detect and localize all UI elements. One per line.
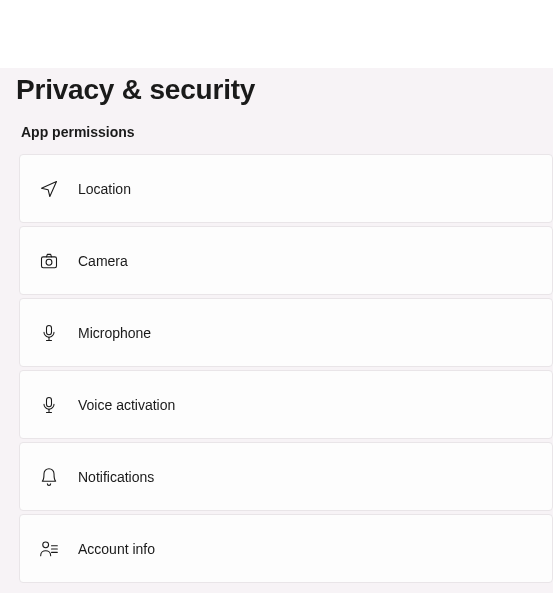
permission-label: Microphone [78, 325, 151, 341]
microphone-icon [38, 322, 60, 344]
notifications-icon [38, 466, 60, 488]
svg-point-8 [43, 541, 49, 547]
content-area: Privacy & security App permissions Locat… [0, 68, 553, 593]
permission-label: Account info [78, 541, 155, 557]
camera-icon [38, 250, 60, 272]
permission-item-location[interactable]: Location [19, 154, 553, 223]
top-blank-area [0, 0, 553, 68]
permission-item-notifications[interactable]: Notifications [19, 442, 553, 511]
svg-rect-0 [42, 256, 57, 267]
section-header-app-permissions: App permissions [21, 124, 553, 140]
svg-point-1 [46, 259, 52, 265]
permission-item-account-info[interactable]: Account info [19, 514, 553, 583]
permission-label: Voice activation [78, 397, 175, 413]
page-title: Privacy & security [16, 74, 553, 106]
permission-list: Location Camera Microphon [16, 154, 553, 583]
voice-activation-icon [38, 394, 60, 416]
permission-item-camera[interactable]: Camera [19, 226, 553, 295]
permission-label: Location [78, 181, 131, 197]
account-info-icon [38, 538, 60, 560]
location-icon [38, 178, 60, 200]
permission-item-voice-activation[interactable]: Voice activation [19, 370, 553, 439]
permission-item-microphone[interactable]: Microphone [19, 298, 553, 367]
permission-label: Camera [78, 253, 128, 269]
svg-rect-5 [47, 397, 52, 406]
svg-rect-2 [47, 325, 52, 334]
permission-label: Notifications [78, 469, 154, 485]
